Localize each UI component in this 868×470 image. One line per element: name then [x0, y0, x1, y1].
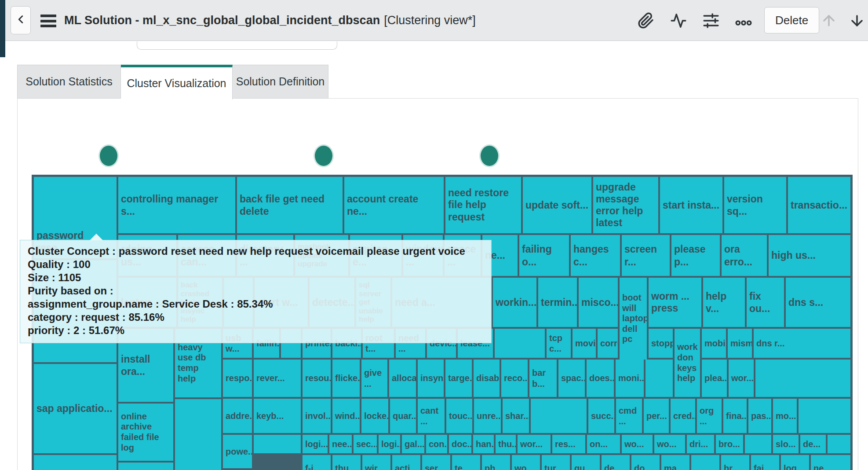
- tab-solution-definition[interactable]: Solution Definition: [233, 65, 328, 99]
- treemap-cell[interactable]: de...: [800, 435, 826, 453]
- treemap-cell[interactable]: f-i...: [303, 455, 331, 470]
- treemap-cell[interactable]: wo...: [622, 435, 653, 453]
- treemap-cell[interactable]: wir...: [362, 455, 390, 470]
- treemap-cell[interactable]: thu...: [496, 435, 516, 453]
- treemap-cell[interactable]: insyn...: [418, 360, 444, 397]
- treemap-cell[interactable]: gal...: [402, 435, 424, 453]
- cluster-size-slider-thumb-min[interactable]: [98, 144, 119, 167]
- treemap-cell[interactable]: wo...: [654, 435, 685, 453]
- cluster-quality-slider-thumb[interactable]: [479, 144, 500, 167]
- treemap-cell[interactable]: upgrade message error help latest: [593, 177, 658, 233]
- treemap-cell[interactable]: mo...: [773, 399, 797, 433]
- treemap-cell[interactable]: sap applicatio...: [34, 364, 117, 453]
- treemap-cell[interactable]: br...: [721, 455, 749, 470]
- treemap-cell[interactable]: [745, 435, 771, 453]
- treemap-cell[interactable]: screen r...: [622, 235, 670, 276]
- treemap-cell[interactable]: slo...: [773, 435, 799, 453]
- treemap-cell[interactable]: movi...: [573, 329, 596, 358]
- back-button[interactable]: [11, 6, 31, 34]
- treemap-cell[interactable]: plea...: [702, 360, 727, 397]
- treemap-cell[interactable]: sec...: [354, 435, 377, 453]
- sliders-icon[interactable]: [703, 12, 719, 29]
- tab-solution-statistics[interactable]: Solution Statistics: [17, 65, 121, 99]
- treemap-cell[interactable]: help v...: [703, 278, 745, 327]
- treemap-cell[interactable]: log...: [781, 455, 809, 470]
- treemap-cell[interactable]: back file get need delete: [237, 177, 343, 233]
- treemap-cell[interactable]: hanges c...: [571, 235, 620, 276]
- treemap-cell[interactable]: logi...: [303, 435, 328, 453]
- treemap-cell[interactable]: fix ou...: [747, 278, 784, 327]
- treemap-cell[interactable]: qu...: [572, 455, 600, 470]
- treemap-cell[interactable]: ma...: [661, 455, 689, 470]
- more-options-icon[interactable]: [735, 15, 752, 31]
- treemap-cell[interactable]: fai...: [751, 455, 779, 470]
- treemap-cell[interactable]: tur...: [542, 455, 570, 470]
- treemap-cell[interactable]: transactio...: [788, 177, 850, 233]
- treemap-cell[interactable]: [254, 435, 301, 453]
- treemap-cell[interactable]: give ...: [361, 360, 387, 397]
- arrow-down-icon[interactable]: [849, 12, 865, 29]
- treemap-cell[interactable]: per...: [644, 399, 669, 433]
- treemap-cell[interactable]: wo...: [512, 455, 540, 470]
- treemap-cell[interactable]: touc...: [446, 399, 472, 433]
- treemap-cell[interactable]: han...: [473, 435, 494, 453]
- treemap-cell[interactable]: nee...: [329, 435, 352, 453]
- treemap-cell[interactable]: [495, 329, 545, 358]
- treemap-cell[interactable]: ph...: [482, 455, 510, 470]
- treemap-cell[interactable]: version sq...: [724, 177, 786, 233]
- treemap-cell[interactable]: pas...: [748, 399, 771, 433]
- treemap-cell[interactable]: do...: [631, 455, 660, 470]
- treemap-cell[interactable]: on...: [587, 435, 620, 453]
- treemap-cell[interactable]: powe...: [223, 435, 252, 468]
- treemap-cell[interactable]: [531, 399, 587, 433]
- treemap-cell[interactable]: please p...: [671, 235, 720, 276]
- treemap-cell[interactable]: bro...: [716, 435, 743, 453]
- treemap-cell[interactable]: thu...: [332, 455, 361, 470]
- treemap-cell[interactable]: ser...: [422, 455, 450, 470]
- treemap-cell[interactable]: succ...: [588, 399, 614, 433]
- treemap-cell[interactable]: wor...: [518, 435, 551, 453]
- treemap-cell[interactable]: moni...: [616, 360, 644, 397]
- menu-icon[interactable]: [40, 15, 56, 27]
- treemap-cell[interactable]: work don keys help: [675, 329, 700, 397]
- treemap-cell[interactable]: corre...: [598, 329, 618, 358]
- treemap-cell[interactable]: con...: [426, 435, 447, 453]
- treemap-cell[interactable]: [118, 463, 173, 470]
- treemap-cell[interactable]: rever...: [254, 360, 301, 397]
- treemap-cell[interactable]: controlling manager s...: [118, 177, 235, 233]
- treemap-cell[interactable]: quar...: [390, 399, 416, 433]
- treemap-cell[interactable]: resou...: [303, 360, 331, 397]
- treemap-cell[interactable]: logi...: [379, 435, 400, 453]
- treemap-cell[interactable]: acti...: [392, 455, 420, 470]
- treemap-cell[interactable]: flicke...: [332, 360, 360, 397]
- treemap-cell[interactable]: invol...: [303, 399, 331, 433]
- treemap-cell[interactable]: need restore file help request: [445, 177, 521, 233]
- treemap-cell[interactable]: [175, 399, 221, 470]
- treemap-cell[interactable]: start insta...: [660, 177, 722, 233]
- activity-icon[interactable]: [670, 12, 687, 29]
- treemap-cell[interactable]: ne...: [811, 455, 850, 470]
- treemap-cell[interactable]: ora erro...: [722, 235, 767, 276]
- treemap-cell[interactable]: alloca...: [389, 360, 416, 397]
- treemap-cell[interactable]: wind...: [332, 399, 360, 433]
- treemap-cell[interactable]: reco...: [501, 360, 528, 397]
- treemap-cell[interactable]: workin...: [493, 278, 536, 327]
- treemap-cell[interactable]: update soft...: [523, 177, 591, 233]
- treemap-cell[interactable]: mism...: [728, 329, 752, 358]
- treemap-cell[interactable]: dns s...: [786, 278, 850, 327]
- treemap-cell[interactable]: stopp...: [649, 329, 673, 358]
- treemap-cell[interactable]: dri...: [687, 435, 714, 453]
- treemap-cell[interactable]: dns r...: [754, 329, 850, 358]
- paperclip-icon[interactable]: [638, 12, 654, 29]
- treemap-cell[interactable]: bar b...: [529, 360, 557, 397]
- treemap-cell[interactable]: respo...: [223, 360, 252, 397]
- treemap-cell[interactable]: online archive failed file log: [118, 404, 173, 461]
- treemap-cell[interactable]: does...: [587, 360, 614, 397]
- treemap-cell[interactable]: unre...: [474, 399, 501, 433]
- treemap-cell[interactable]: res...: [552, 435, 585, 453]
- treemap-cell[interactable]: shar...: [503, 399, 529, 433]
- treemap-cell[interactable]: org ...: [697, 399, 722, 433]
- treemap-cell[interactable]: addre...: [223, 399, 252, 433]
- delete-button[interactable]: Delete: [764, 7, 819, 33]
- tab-cluster-visualization[interactable]: Cluster Visualization: [121, 65, 233, 99]
